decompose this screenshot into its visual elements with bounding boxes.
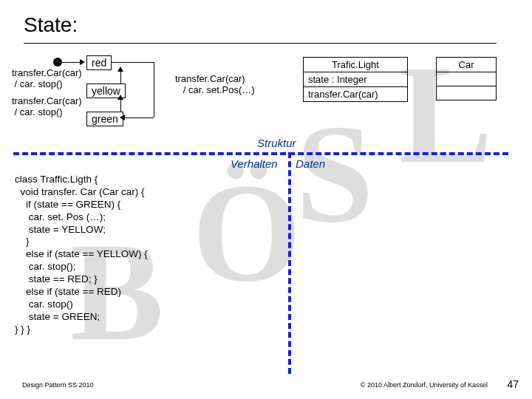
watermark-s: S <box>296 103 374 244</box>
divider-horizontal <box>13 152 508 155</box>
arrow-red-right-seg1 <box>111 62 154 63</box>
state-red: red <box>86 55 112 70</box>
arrow-yellow-to-red <box>120 70 121 83</box>
initial-state-dot <box>53 58 62 66</box>
uml-tl-op: transfer.Car(car) <box>304 87 407 101</box>
transition-label-green-red: transfer.Car(car) / car. set.Pos(…) <box>175 74 255 96</box>
transition-label-red-yellow: transfer.Car(car) / car. stop() <box>12 68 82 90</box>
uml-car-name: Car <box>437 58 496 72</box>
page-number: 47 <box>507 378 519 390</box>
code-block: class Traffic.Ligth { void transfer. Car… <box>15 174 148 335</box>
uml-car: Car <box>436 57 497 100</box>
label-struktur: Struktur <box>257 137 296 149</box>
arrow-red-right-seg3 <box>124 117 154 118</box>
arrowhead-green-yellow <box>117 95 123 100</box>
label-daten: Daten <box>296 157 325 170</box>
divider-vertical <box>288 152 291 374</box>
uml-trafic-light: Trafic.Light state : Integer transfer.Ca… <box>303 57 408 102</box>
slide-title: State: <box>24 13 78 37</box>
uml-tl-name: Trafic.Light <box>304 58 407 72</box>
label-verhalten: Verhalten <box>231 157 278 170</box>
uml-car-attr-empty <box>437 72 496 86</box>
arrow-init-to-red <box>62 62 81 63</box>
transition-label-yellow-green: transfer.Car(car) / car. stop() <box>12 96 82 118</box>
title-rule <box>24 43 497 44</box>
arrowhead-yellow-red <box>117 66 123 72</box>
state-green: green <box>86 112 123 126</box>
uml-tl-attr: state : Integer <box>304 72 407 87</box>
arrow-red-right-seg2 <box>154 62 154 117</box>
uml-car-op-empty <box>437 86 496 100</box>
watermark-o: Ö <box>192 163 301 303</box>
arrowhead-init <box>80 59 85 65</box>
arrowhead-red-green <box>120 115 125 120</box>
footer-left: Design Pattern SS 2010 <box>22 381 94 389</box>
arrow-green-to-yellow <box>120 98 121 112</box>
footer-right: © 2010 Albert Zündorf, University of Kas… <box>361 381 488 389</box>
